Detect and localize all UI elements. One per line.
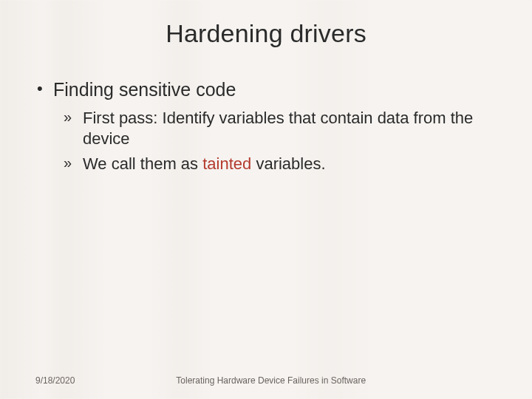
bullet-list-level1: Finding sensitive code First pass: Ident… (35, 79, 497, 174)
slide-footer: 9/18/2020 Tolerating Hardware Device Fai… (0, 375, 532, 386)
bullet-l2-text: First pass: Identify variables that cont… (83, 109, 473, 148)
slide-title: Hardening drivers (0, 19, 532, 48)
footer-caption: Tolerating Hardware Device Failures in S… (45, 375, 497, 386)
bullet-l1-text: Finding sensitive code (53, 79, 236, 100)
slide: Hardening drivers Finding sensitive code… (0, 0, 532, 399)
bullet-l2-text-prefix: We call them as (83, 154, 202, 173)
bullet-l2-text-suffix: variables. (251, 154, 325, 173)
tainted-word: tainted (202, 154, 251, 173)
bullet-l1-item: Finding sensitive code First pass: Ident… (35, 79, 497, 174)
bullet-list-level2: First pass: Identify variables that cont… (53, 108, 497, 174)
bullet-l2-item: We call them as tainted variables. (64, 154, 497, 174)
slide-content: Finding sensitive code First pass: Ident… (0, 79, 532, 174)
bullet-l2-item: First pass: Identify variables that cont… (64, 108, 497, 149)
